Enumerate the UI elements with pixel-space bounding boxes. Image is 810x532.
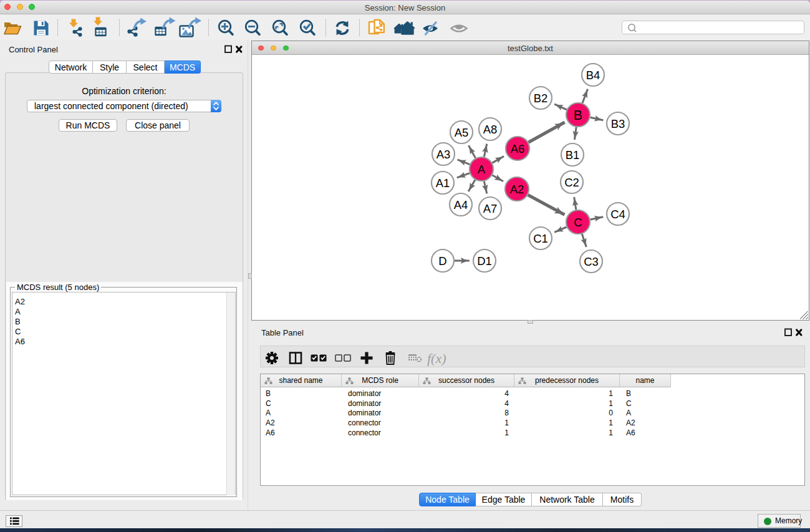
svg-text:C1: C1: [533, 232, 548, 245]
svg-text:A1: A1: [436, 177, 450, 190]
svg-text:B3: B3: [611, 117, 625, 130]
svg-text:A: A: [478, 163, 486, 176]
svg-text:D: D: [438, 254, 446, 268]
svg-text:C: C: [574, 216, 582, 229]
svg-text:A6: A6: [511, 142, 525, 155]
svg-text:C2: C2: [564, 176, 579, 189]
svg-text:B1: B1: [566, 148, 580, 162]
svg-text:A3: A3: [436, 148, 451, 161]
svg-text:A5: A5: [455, 126, 469, 139]
svg-text:A2: A2: [510, 183, 524, 196]
svg-text:f(x): f(x): [427, 351, 446, 366]
svg-text:C4: C4: [610, 208, 625, 221]
svg-text:A4: A4: [454, 198, 468, 211]
svg-text:B: B: [574, 108, 582, 123]
svg-text:A7: A7: [483, 202, 498, 215]
svg-text:C3: C3: [584, 255, 599, 268]
svg-text:D1: D1: [477, 254, 492, 268]
svg-text:A8: A8: [483, 123, 498, 136]
svg-text:B4: B4: [586, 69, 600, 82]
svg-text:B2: B2: [534, 92, 548, 105]
